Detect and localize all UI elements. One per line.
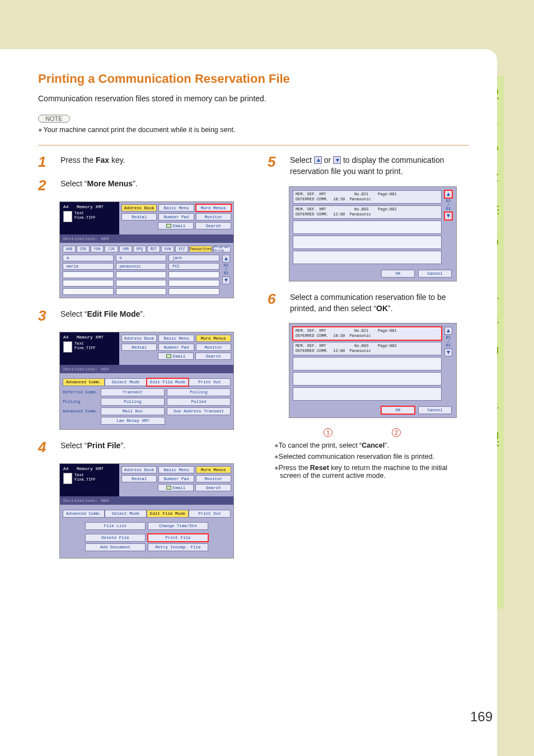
- alpha-tab[interactable]: IJK: [105, 246, 118, 252]
- scroll-down-button[interactable]: [222, 276, 230, 284]
- redial-button[interactable]: Redial: [121, 475, 157, 482]
- scroll-down-button[interactable]: [444, 212, 452, 220]
- list-item[interactable]: [63, 288, 114, 295]
- shot-4-header-left: A4 Memory XMT TextFine.TIFF: [60, 464, 119, 496]
- list-item[interactable]: jack: [168, 255, 219, 261]
- list-item[interactable]: MEM. DEF. XMT No.021 Page:001 DEFERRED C…: [293, 190, 442, 204]
- list-item[interactable]: MEM. DEF. XMT No.021 Page:001 DEFERRED C…: [293, 327, 442, 340]
- alpha-tab[interactable]: OPQ: [133, 246, 146, 252]
- sub-address-transmit-button[interactable]: Sub Address Transmit: [167, 407, 231, 415]
- monitor-button[interactable]: Monitor: [196, 475, 231, 482]
- basic-menu-button[interactable]: Basic Menu: [158, 204, 194, 212]
- list-item[interactable]: MEM. DEF. XMT No.003 Page:002 DEFERRED C…: [293, 205, 442, 219]
- more-menus-button[interactable]: More Menus: [196, 335, 231, 342]
- list-item[interactable]: [293, 220, 442, 234]
- cancel-button[interactable]: Cancel: [418, 270, 452, 278]
- redial-button[interactable]: Redial: [121, 213, 157, 220]
- basic-menu-button[interactable]: Basic Menu: [158, 466, 194, 473]
- search-button[interactable]: Search: [195, 484, 231, 491]
- change-time-stn-button[interactable]: Change Time/Stn: [148, 522, 208, 530]
- scroll-down-button[interactable]: [444, 349, 452, 356]
- select-mode-tab[interactable]: Select Mode: [105, 510, 147, 518]
- add-document-button[interactable]: Add Document: [85, 543, 146, 551]
- advanced-comm-tab[interactable]: Advanced Comm.: [63, 378, 105, 386]
- email-button[interactable]: Email: [158, 353, 194, 360]
- more-menus-button[interactable]: More Menus: [196, 466, 231, 473]
- alpha-tab[interactable]: UVW: [161, 246, 174, 252]
- alpha-tab[interactable]: FGH: [91, 246, 104, 252]
- number-pad-button[interactable]: Number Pad: [158, 213, 194, 220]
- ok-button[interactable]: OK: [381, 406, 415, 414]
- number-pad-button[interactable]: Number Pad: [158, 344, 194, 351]
- retry-incomp-file-button[interactable]: Retry Incomp. File: [148, 543, 208, 551]
- list-item[interactable]: [63, 271, 114, 278]
- step-3-text: Select “Edit File Mode”.: [60, 308, 238, 323]
- divider: [38, 145, 469, 145]
- email-button[interactable]: Email: [158, 484, 194, 491]
- list-item[interactable]: MEM. DEF. XMT No.003 Page:002 DEFERRED C…: [293, 342, 442, 355]
- scroll-up-button[interactable]: [444, 327, 452, 335]
- file-list-button[interactable]: File List: [85, 522, 146, 530]
- list-item[interactable]: PCC: [168, 263, 219, 270]
- address-book-button[interactable]: Address Book: [121, 466, 157, 473]
- search-button[interactable]: Search: [195, 353, 231, 360]
- ok-button[interactable]: OK: [381, 270, 415, 278]
- edit-file-mode-tab[interactable]: Edit File Mode: [147, 510, 189, 518]
- alpha-tab[interactable]: #AB: [63, 246, 76, 252]
- print-file-button[interactable]: Print File: [148, 534, 208, 542]
- favourites-tab[interactable]: Favourites: [189, 246, 212, 252]
- list-item[interactable]: [293, 372, 442, 386]
- polled-button[interactable]: Polled: [167, 398, 231, 406]
- list-item[interactable]: [116, 280, 167, 287]
- cancel-button[interactable]: Cancel: [418, 406, 452, 414]
- list-item[interactable]: [63, 280, 114, 287]
- print-out-tab[interactable]: Print Out: [189, 378, 231, 386]
- list-item[interactable]: [168, 280, 219, 287]
- advanced-comm-tab[interactable]: Advanced Comm.: [63, 510, 105, 518]
- alpha-tab[interactable]: CDE: [77, 246, 90, 252]
- basic-menu-button[interactable]: Basic Menu: [158, 335, 194, 342]
- list-item[interactable]: [293, 357, 442, 370]
- list-item[interactable]: [116, 271, 167, 278]
- delete-file-button[interactable]: Delete File: [85, 534, 146, 542]
- transmit-button[interactable]: Transmit: [101, 388, 165, 396]
- print-out-tab[interactable]: Print Out: [189, 510, 231, 518]
- list-item[interactable]: [293, 251, 442, 264]
- number-pad-button[interactable]: Number Pad: [158, 475, 194, 482]
- select-mode-tab[interactable]: Select Mode: [105, 378, 147, 386]
- list-item[interactable]: [168, 288, 219, 295]
- alpha-tab[interactable]: LMN: [119, 246, 132, 252]
- polling-button[interactable]: Polling: [167, 388, 231, 396]
- alpha-tab[interactable]: RST: [147, 246, 160, 252]
- polling2-button[interactable]: Polling: [101, 398, 165, 406]
- list-item[interactable]: panasonic: [116, 263, 167, 270]
- more-menus-button[interactable]: More Menus: [196, 204, 231, 212]
- mail-box-button[interactable]: Mail Box: [101, 407, 165, 415]
- step-num-2: 2: [38, 178, 53, 192]
- alpha-tab[interactable]: XYZ: [175, 246, 188, 252]
- monitor-button[interactable]: Monitor: [196, 344, 231, 351]
- email-button[interactable]: Email: [158, 222, 194, 229]
- edit-file-mode-tab[interactable]: Edit File Mode: [147, 378, 189, 386]
- list-item[interactable]: a: [63, 255, 114, 261]
- list-item[interactable]: [293, 236, 442, 249]
- callout-1: 1: [324, 428, 332, 437]
- list-item[interactable]: [293, 387, 442, 401]
- address-book-button[interactable]: Address Book: [121, 204, 157, 212]
- search-button[interactable]: Search: [195, 222, 231, 229]
- address-book-button[interactable]: Address Book: [121, 335, 157, 342]
- step-4: 4 Select “Print File”.: [38, 440, 238, 454]
- step-2: 2 Select “More Menus”.: [38, 178, 238, 192]
- list-item[interactable]: [168, 271, 219, 278]
- scroll-up-button[interactable]: [444, 190, 452, 198]
- scroll-up-button[interactable]: [222, 255, 230, 262]
- list-item[interactable]: maria: [63, 263, 114, 270]
- mail-icon: [166, 224, 171, 228]
- redial-button[interactable]: Redial: [121, 344, 157, 351]
- program-group-tab[interactable]: Program/ Group: [213, 246, 231, 252]
- lan-relay-xmt-button[interactable]: Lan Relay XMT: [101, 417, 165, 425]
- list-item[interactable]: [116, 288, 167, 295]
- step-num-1: 1: [38, 154, 53, 169]
- monitor-button[interactable]: Monitor: [196, 213, 231, 220]
- list-item[interactable]: b: [116, 255, 167, 261]
